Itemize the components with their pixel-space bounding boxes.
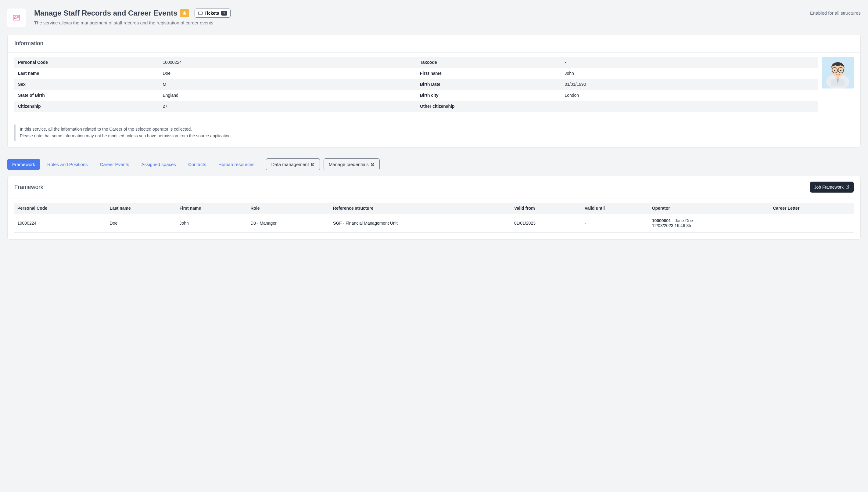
info-label: Personal Code bbox=[14, 57, 159, 68]
header-main: Manage Staff Records and Career Events T… bbox=[34, 8, 801, 25]
info-label: Other citizenship bbox=[416, 101, 561, 112]
cell-ref-struct: SGF - Financial Management Unit bbox=[330, 214, 511, 232]
info-note-line: In this service, all the information rel… bbox=[20, 126, 849, 132]
framework-card: Framework Job Framework Personal Code La… bbox=[7, 176, 861, 240]
table-row: 10000224 Doe John D8 - Manager SGF - Fin… bbox=[14, 214, 854, 232]
svg-point-1 bbox=[15, 17, 16, 18]
info-row: State of Birth England Birth city London bbox=[14, 90, 818, 101]
ref-struct-code: SGF bbox=[333, 221, 342, 225]
col-operator: Operator bbox=[649, 203, 770, 214]
info-value: - bbox=[561, 57, 818, 68]
job-framework-label: Job Framework bbox=[814, 184, 844, 190]
info-label: Birth Date bbox=[416, 79, 561, 90]
cell-valid-from: 01/01/2023 bbox=[511, 214, 582, 232]
avatar-illustration bbox=[822, 57, 854, 89]
table-header-row: Personal Code Last name First name Role … bbox=[14, 203, 854, 214]
info-value: 27 bbox=[159, 101, 416, 112]
operator-name: - Jane Doe bbox=[671, 218, 693, 223]
tabs-row: Framework Roles and Positions Career Eve… bbox=[0, 155, 868, 176]
info-value: John bbox=[561, 68, 818, 79]
info-table-wrap: Personal Code 10000224 Taxcode - Last na… bbox=[14, 57, 818, 112]
info-row: Last name Doe First name John bbox=[14, 68, 818, 79]
tab-framework[interactable]: Framework bbox=[7, 159, 40, 170]
svg-point-11 bbox=[834, 70, 835, 71]
info-row: Sex M Birth Date 01/01/1990 bbox=[14, 79, 818, 90]
tickets-button[interactable]: Tickets 1 bbox=[194, 8, 231, 18]
info-label: Birth city bbox=[416, 90, 561, 101]
external-link-icon bbox=[371, 163, 374, 166]
col-career-letter: Career Letter bbox=[770, 203, 854, 214]
info-label: First name bbox=[416, 68, 561, 79]
framework-table: Personal Code Last name First name Role … bbox=[14, 203, 854, 232]
ref-struct-name: - Financial Management Unit bbox=[342, 221, 398, 225]
info-value: 01/01/1990 bbox=[561, 79, 818, 90]
ticket-icon bbox=[198, 11, 203, 15]
info-note-line: Please note that some information may no… bbox=[20, 132, 849, 139]
info-label: Last name bbox=[14, 68, 159, 79]
svg-point-12 bbox=[840, 70, 841, 71]
cell-valid-until: - bbox=[582, 214, 649, 232]
header-title-row: Manage Staff Records and Career Events T… bbox=[34, 8, 801, 18]
col-role: Role bbox=[247, 203, 330, 214]
framework-card-title: Framework bbox=[14, 184, 43, 191]
page-header: Manage Staff Records and Career Events T… bbox=[0, 0, 868, 34]
tab-contacts[interactable]: Contacts bbox=[183, 159, 211, 170]
cell-first-name: John bbox=[176, 214, 247, 232]
info-label: State of Birth bbox=[14, 90, 159, 101]
data-management-label: Data management bbox=[271, 162, 309, 167]
info-card-header: Information bbox=[8, 34, 860, 52]
external-link-icon bbox=[845, 185, 849, 189]
info-row: Citizenship 27 Other citizenship bbox=[14, 101, 818, 112]
info-value bbox=[561, 101, 818, 112]
cell-career-letter bbox=[770, 214, 854, 232]
manage-credentials-button[interactable]: Manage credentials bbox=[323, 158, 380, 170]
job-framework-button[interactable]: Job Framework bbox=[810, 181, 854, 193]
col-valid-until: Valid until bbox=[582, 203, 649, 214]
col-last-name: Last name bbox=[107, 203, 177, 214]
information-card: Information Personal Code 10000224 Taxco… bbox=[7, 34, 861, 148]
page-title: Manage Staff Records and Career Events bbox=[34, 9, 178, 17]
info-table: Personal Code 10000224 Taxcode - Last na… bbox=[14, 57, 818, 112]
data-management-button[interactable]: Data management bbox=[266, 158, 320, 170]
info-label: Citizenship bbox=[14, 101, 159, 112]
info-label: Taxcode bbox=[416, 57, 561, 68]
info-value: M bbox=[159, 79, 416, 90]
info-value: 10000224 bbox=[159, 57, 416, 68]
info-value: London bbox=[561, 90, 818, 101]
col-ref-struct: Reference structure bbox=[330, 203, 511, 214]
cell-personal-code: 10000224 bbox=[14, 214, 107, 232]
tickets-count: 1 bbox=[221, 11, 228, 16]
svg-rect-0 bbox=[14, 15, 20, 20]
info-row: Personal Code 10000224 Taxcode - bbox=[14, 57, 818, 68]
favorite-badge[interactable] bbox=[180, 9, 189, 17]
col-personal-code: Personal Code bbox=[14, 203, 107, 214]
info-value: Doe bbox=[159, 68, 416, 79]
info-label: Sex bbox=[14, 79, 159, 90]
id-card-icon bbox=[12, 14, 21, 22]
page-description: The service allows the management of sta… bbox=[34, 20, 801, 25]
manage-credentials-label: Manage credentials bbox=[329, 162, 369, 167]
star-icon bbox=[182, 11, 187, 16]
info-body: Personal Code 10000224 Taxcode - Last na… bbox=[8, 52, 860, 118]
framework-body: Personal Code Last name First name Role … bbox=[8, 198, 860, 239]
framework-card-header: Framework Job Framework bbox=[8, 176, 860, 198]
operator-code: 10000001 bbox=[652, 218, 671, 223]
cell-last-name: Doe bbox=[107, 214, 177, 232]
app-icon-box bbox=[7, 8, 26, 27]
cell-role: D8 - Manager bbox=[247, 214, 330, 232]
tab-assigned-spaces[interactable]: Assigned spaces bbox=[136, 159, 181, 170]
external-link-icon bbox=[311, 163, 315, 166]
col-valid-from: Valid from bbox=[511, 203, 582, 214]
cell-operator: 10000001 - Jane Doe 12/03/2023 16:46:35 bbox=[649, 214, 770, 232]
info-note: In this service, all the information rel… bbox=[14, 125, 854, 141]
col-first-name: First name bbox=[176, 203, 247, 214]
operator-date: 12/03/2023 16:46:35 bbox=[652, 223, 767, 228]
tab-human-resources[interactable]: Human resources bbox=[213, 159, 259, 170]
header-right-text: Enabled for all structures bbox=[810, 8, 861, 16]
tab-career-events[interactable]: Career Events bbox=[95, 159, 134, 170]
tickets-label: Tickets bbox=[205, 11, 219, 16]
info-value: England bbox=[159, 90, 416, 101]
info-card-title: Information bbox=[14, 40, 43, 47]
tab-roles[interactable]: Roles and Positions bbox=[43, 159, 93, 170]
avatar bbox=[822, 57, 854, 89]
